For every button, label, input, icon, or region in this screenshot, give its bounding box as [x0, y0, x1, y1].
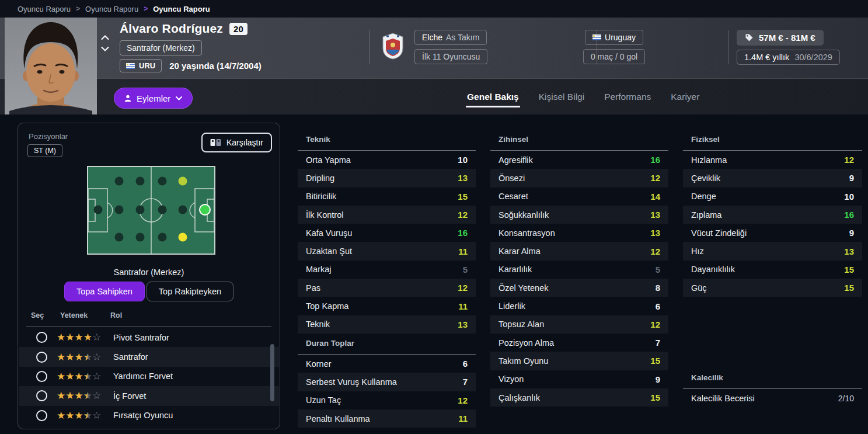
attribute-label: Liderlik — [499, 301, 525, 311]
attributes-column-technical: TeknikOrta Yapma10Dripling13Bitiricilik1… — [298, 131, 476, 428]
attribute-row: Çalışkanlık15 — [490, 388, 668, 407]
attribute-row: Teknik13 — [298, 315, 476, 334]
attribute-row: Agresiflik16 — [490, 151, 668, 169]
attribute-label: Karar Alma — [499, 246, 541, 256]
attribute-label: Takım Oyunu — [499, 356, 548, 366]
tab-kariyer[interactable]: Kariyer — [670, 79, 700, 114]
attribute-label: Özel Yetenek — [499, 283, 548, 293]
attribute-row: İlk Kontrol12 — [298, 206, 476, 224]
role-row[interactable]: ★★★★★☆İç Forvet — [19, 386, 279, 405]
toggle-out-of-possession[interactable]: Top Rakipteyken — [147, 282, 233, 301]
star-full-icon: ★ — [75, 391, 83, 401]
star-empty-icon: ☆ — [92, 352, 101, 362]
attribute-row: Cesaret14 — [490, 188, 668, 206]
position-pill: Santrafor (Merkez) — [120, 40, 202, 55]
role-row[interactable]: ★★★★★☆Fırsatçı Oyuncu — [19, 406, 279, 425]
position-dot — [136, 176, 145, 185]
actions-button[interactable]: Eylemler — [114, 88, 193, 109]
role-radio[interactable] — [36, 371, 47, 382]
attributes-column-physical: FizikselHızlanma12Çeviklik9Denge10Zıplam… — [683, 131, 862, 408]
breadcrumb-item[interactable]: Oyuncu Raporu — [18, 5, 71, 13]
attribute-label: Kafa Vuruşu — [306, 228, 352, 238]
attribute-row: Top Kapma11 — [298, 297, 476, 315]
attribute-label: Orta Yapma — [306, 155, 351, 165]
position-dot — [158, 232, 166, 241]
attribute-rows: Orta Yapma10Dripling13Bitiricilik15İlk K… — [298, 151, 476, 334]
role-radio[interactable] — [36, 390, 47, 401]
star-full-icon: ★ — [57, 411, 65, 421]
club-crest-icon — [382, 33, 404, 60]
previous-player-button[interactable] — [101, 35, 109, 40]
star-full-icon: ★ — [57, 332, 65, 342]
attribute-value: 12 — [650, 320, 660, 329]
contract-pill: 1.4M € yıllık 30/6/2029 — [737, 50, 840, 65]
attribute-label: Uzaktan Şut — [306, 246, 352, 256]
compare-icon — [210, 138, 221, 147]
star-half-icon: ★★ — [83, 352, 92, 362]
attribute-value: 13 — [844, 246, 854, 256]
role-radio[interactable] — [36, 332, 47, 343]
position-dot — [158, 205, 166, 214]
role-table-header: Seç Yetenek Rol — [18, 311, 280, 327]
club-squad: As Takım — [446, 33, 479, 42]
role-row[interactable]: ★★★★★☆Santrafor — [19, 347, 279, 366]
star-full-icon: ★ — [57, 352, 65, 362]
role-row[interactable]: ★★★★★☆Yardımcı Forvet — [19, 367, 279, 386]
attribute-value: 11 — [458, 414, 468, 423]
breadcrumb-item[interactable]: Oyuncu Raporu — [85, 5, 138, 13]
attribute-value: 16 — [458, 228, 468, 238]
toggle-in-possession[interactable]: Topa Sahipken — [64, 282, 145, 301]
attribute-value: 12 — [458, 283, 468, 293]
attribute-label: Penaltı Kullanma — [306, 414, 370, 423]
role-star-rating: ★★★★★☆ — [57, 352, 111, 362]
star-half-icon: ★★ — [83, 371, 92, 381]
position-dot-selected — [199, 204, 211, 216]
role-radio[interactable] — [36, 410, 47, 421]
attribute-value: 9 — [849, 173, 854, 183]
attribute-row: Denge10 — [683, 188, 862, 206]
attribute-row: Kafa Vuruşu16 — [298, 224, 476, 242]
attribute-label: Önsezi — [499, 173, 525, 183]
club-pill: Elche As Takım — [414, 30, 487, 45]
attribute-value: 15 — [844, 265, 854, 275]
player-photo — [5, 18, 97, 114]
star-half-icon: ★★ — [83, 391, 92, 401]
selected-position-caption: Santrafor (Merkez) — [18, 268, 280, 277]
attribute-label: Bitiricilik — [306, 192, 336, 201]
tab-kisisel-bilgi[interactable]: Kişisel Bilgi — [538, 79, 585, 114]
tab-genel-bakis[interactable]: Genel Bakış — [466, 79, 520, 114]
age-text: 20 yaşında (14/7/2004) — [169, 61, 262, 71]
tag-icon — [745, 33, 754, 42]
role-radio[interactable] — [36, 352, 47, 363]
scrollbar-thumb[interactable] — [270, 344, 274, 401]
attribute-label: Hızlanma — [691, 155, 727, 165]
column-ability: Yetenek — [60, 311, 88, 320]
attribute-value: 15 — [650, 356, 660, 366]
compare-button[interactable]: Karşılaştır — [201, 133, 272, 152]
attribute-row: Karar Alma12 — [490, 242, 668, 260]
attribute-label: Pas — [306, 283, 320, 293]
star-full-icon: ★ — [75, 411, 83, 421]
star-full-icon: ★ — [75, 332, 83, 342]
role-row[interactable]: ★★★★☆Pivot Santrafor — [19, 328, 279, 347]
position-pitch — [87, 166, 215, 255]
attribute-value: 8 — [656, 283, 660, 293]
attribute-label: Denge — [691, 192, 716, 201]
attribute-rows: Agresiflik16Önsezi12Cesaret14Soğukkanlıl… — [490, 151, 668, 407]
attribute-value: 13 — [650, 210, 660, 220]
chevron-down-icon — [176, 96, 182, 100]
player-nav — [101, 35, 109, 51]
attribute-value: 7 — [463, 377, 468, 387]
contract-expiry: 30/6/2029 — [794, 53, 832, 62]
attribute-row: Kararlılık5 — [490, 261, 668, 279]
attribute-row: Vücut Zindeliği9 — [683, 224, 862, 242]
attribute-label: Kalecilik Becerisi — [691, 394, 755, 403]
attribute-label: Korner — [306, 359, 332, 369]
chevron-right-icon: > — [76, 5, 80, 13]
tab-performans[interactable]: Performans — [603, 79, 652, 114]
attribute-value: 10 — [458, 155, 468, 165]
header-divider — [728, 30, 729, 64]
attribute-section-title: Teknik — [298, 131, 476, 151]
position-dot — [93, 205, 102, 214]
next-player-button[interactable] — [101, 47, 109, 51]
